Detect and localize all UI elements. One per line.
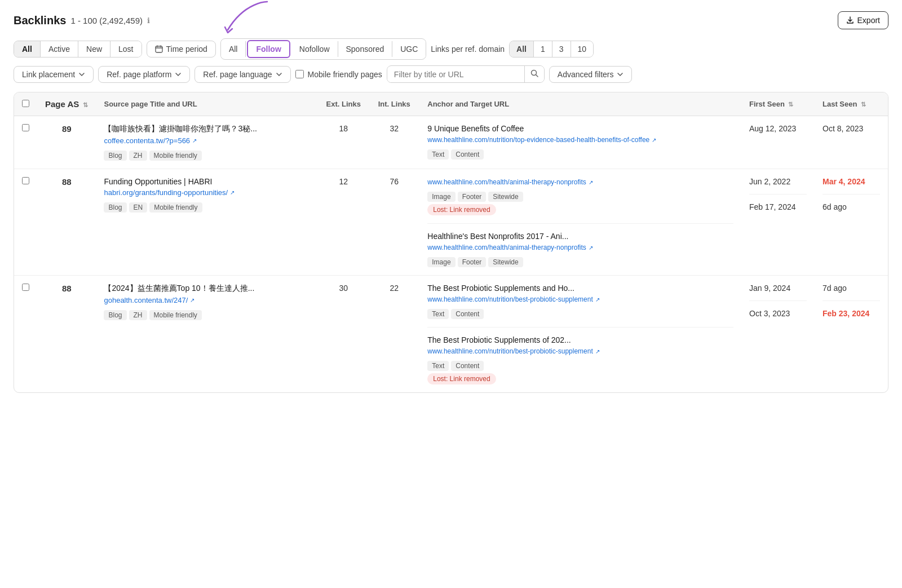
filter-row-1: All Active New Lost Time period All Foll… bbox=[14, 38, 888, 60]
first-seen-value: Feb 17, 2024 bbox=[749, 194, 807, 211]
row-checkbox-1[interactable] bbox=[22, 177, 29, 184]
table-row: 88【2024】益生菌推薦Top 10！養生達人推...gohealth.con… bbox=[14, 276, 888, 393]
filter-btn-active[interactable]: Active bbox=[41, 41, 78, 57]
external-link-icon: ↗ bbox=[595, 348, 600, 355]
anchor-entry: www.healthline.com/health/animal-therapy… bbox=[427, 177, 733, 215]
anchor-tag: Text bbox=[427, 149, 449, 160]
lost-badge: Lost: Link removed bbox=[427, 373, 496, 384]
filter-btn-sponsored[interactable]: Sponsored bbox=[338, 41, 393, 57]
filter-btn-follow[interactable]: Follow bbox=[247, 40, 290, 58]
page-as-value: 89 bbox=[37, 116, 96, 169]
links-num-group: All 1 3 10 bbox=[509, 41, 594, 58]
anchor-title: The Best Probiotic Supplements and Ho... bbox=[427, 284, 733, 293]
links-num-3[interactable]: 3 bbox=[552, 41, 571, 57]
header-row: Backlinks 1 - 100 (2,492,459) ℹ Export bbox=[14, 11, 888, 29]
follow-filter-group: All Follow Nofollow Sponsored UGC bbox=[220, 38, 426, 60]
advanced-filters-button[interactable]: Advanced filters bbox=[549, 66, 633, 83]
page-as-value: 88 bbox=[37, 276, 96, 393]
backlinks-table-container: Page AS ⇅ Source page Title and URL Ext.… bbox=[14, 92, 888, 393]
search-wrapper bbox=[387, 65, 545, 83]
filter-btn-all-follow[interactable]: All bbox=[221, 41, 246, 57]
links-num-all[interactable]: All bbox=[510, 41, 534, 57]
export-icon bbox=[846, 16, 854, 24]
source-tag: Mobile friendly bbox=[149, 310, 202, 320]
filter-btn-ugc[interactable]: UGC bbox=[392, 41, 426, 57]
links-num-10[interactable]: 10 bbox=[571, 41, 594, 57]
mobile-friendly-checkbox[interactable] bbox=[295, 70, 304, 78]
lost-badge: Lost: Link removed bbox=[427, 204, 496, 215]
source-url-link[interactable]: gohealth.contenta.tw/247/ ↗ bbox=[104, 296, 194, 304]
col-last-seen[interactable]: Last Seen ⇅ bbox=[815, 92, 888, 116]
ref-page-platform-dropdown[interactable]: Ref. page platform bbox=[98, 66, 190, 83]
row-checkbox-2[interactable] bbox=[22, 284, 29, 291]
source-tag: Mobile friendly bbox=[149, 202, 202, 213]
source-tag: Blog bbox=[104, 310, 126, 320]
anchor-tag: Content bbox=[451, 149, 484, 160]
page-as-value: 88 bbox=[37, 169, 96, 276]
filter-btn-lost[interactable]: Lost bbox=[110, 41, 141, 57]
source-tag: Blog bbox=[104, 202, 126, 213]
mobile-friendly-checkbox-label[interactable]: Mobile friendly pages bbox=[295, 70, 382, 79]
anchor-tags: ImageFooterSitewide bbox=[427, 189, 733, 202]
search-icon bbox=[530, 69, 538, 77]
anchor-cell: The Best Probiotic Supplements and Ho...… bbox=[419, 276, 741, 393]
anchor-tag: Image bbox=[427, 257, 455, 267]
anchor-tags: ImageFooterSitewide bbox=[427, 255, 733, 267]
col-page-as[interactable]: Page AS ⇅ bbox=[37, 92, 96, 116]
backlinks-count: 1 - 100 (2,492,459) bbox=[70, 16, 143, 25]
filter-btn-new[interactable]: New bbox=[78, 41, 110, 57]
col-first-seen[interactable]: First Seen ⇅ bbox=[741, 92, 815, 116]
anchor-tag: Image bbox=[427, 192, 455, 202]
anchor-tag: Text bbox=[427, 309, 449, 319]
anchor-url-link[interactable]: www.healthline.com/health/animal-therapy… bbox=[427, 178, 593, 186]
anchor-tags: TextContent bbox=[427, 147, 733, 160]
col-ext-links: Ext. Links bbox=[318, 92, 369, 116]
type-filter-group: All Active New Lost bbox=[14, 41, 142, 58]
row-checkbox-0[interactable] bbox=[22, 124, 29, 131]
time-period-button[interactable]: Time period bbox=[147, 41, 216, 58]
source-cell: Funding Opportunities | HABRIhabri.org/g… bbox=[96, 169, 318, 276]
external-link-icon: ↗ bbox=[589, 179, 593, 185]
col-anchor: Anchor and Target URL bbox=[419, 92, 741, 116]
anchor-tags: TextContent bbox=[427, 359, 733, 371]
anchor-tag: Footer bbox=[458, 257, 487, 267]
anchor-url-link[interactable]: www.healthline.com/nutrition/best-probio… bbox=[427, 347, 599, 355]
anchor-tag: Text bbox=[427, 361, 449, 371]
int-links-value: 32 bbox=[369, 116, 419, 169]
source-tags: BlogENMobile friendly bbox=[104, 200, 310, 213]
first-seen-cell: Jun 2, 2022Feb 17, 2024 bbox=[741, 169, 815, 276]
first-seen-value: Jan 9, 2024 bbox=[749, 284, 807, 293]
anchor-tag: Sitewide bbox=[488, 192, 523, 202]
last-seen-value: Mar 4, 2024 bbox=[823, 177, 880, 186]
svg-rect-0 bbox=[156, 46, 162, 52]
anchor-url-link[interactable]: www.healthline.com/nutrition/best-probio… bbox=[427, 295, 599, 303]
first-seen-cell: Jan 9, 2024Oct 3, 2023 bbox=[741, 276, 815, 393]
first-seen-value: Aug 12, 2023 bbox=[749, 124, 807, 133]
int-links-value: 22 bbox=[369, 276, 419, 393]
info-icon[interactable]: ℹ bbox=[147, 16, 150, 25]
search-input[interactable] bbox=[387, 67, 524, 82]
ref-page-language-dropdown[interactable]: Ref. page language bbox=[194, 66, 290, 83]
anchor-tags: TextContent bbox=[427, 307, 733, 319]
source-title: Funding Opportunities | HABRI bbox=[104, 177, 310, 186]
anchor-url-link[interactable]: www.healthline.com/nutrition/top-evidenc… bbox=[427, 136, 656, 144]
anchor-entry: 9 Unique Benefits of Coffeewww.healthlin… bbox=[427, 124, 733, 160]
filter-btn-nofollow[interactable]: Nofollow bbox=[291, 41, 338, 57]
anchor-entry: Healthline's Best Nonprofits 2017 - Ani.… bbox=[427, 223, 733, 267]
last-seen-cell: 7d agoFeb 23, 2024 bbox=[815, 276, 888, 393]
sort-icon-as: ⇅ bbox=[83, 101, 88, 108]
first-seen-value: Jun 2, 2022 bbox=[749, 177, 807, 186]
link-placement-dropdown[interactable]: Link placement bbox=[14, 66, 94, 83]
anchor-url-link[interactable]: www.healthline.com/health/animal-therapy… bbox=[427, 244, 593, 251]
source-url-link[interactable]: habri.org/grants/funding-opportunities/ … bbox=[104, 188, 235, 197]
links-num-1[interactable]: 1 bbox=[534, 41, 552, 57]
anchor-tag: Sitewide bbox=[488, 257, 523, 267]
search-button[interactable] bbox=[524, 66, 544, 82]
calendar-icon bbox=[155, 45, 163, 53]
source-cell: 【2024】益生菌推薦Top 10！養生達人推...gohealth.conte… bbox=[96, 276, 318, 393]
filter-btn-all-type[interactable]: All bbox=[14, 41, 41, 57]
select-all-checkbox[interactable] bbox=[22, 100, 29, 107]
export-button[interactable]: Export bbox=[838, 11, 888, 29]
source-cell: 【咖啡族快看】濾掛咖啡你泡對了嗎？3秘...coffee.contenta.tw… bbox=[96, 116, 318, 169]
source-url-link[interactable]: coffee.contenta.tw/?p=566 ↗ bbox=[104, 136, 197, 145]
